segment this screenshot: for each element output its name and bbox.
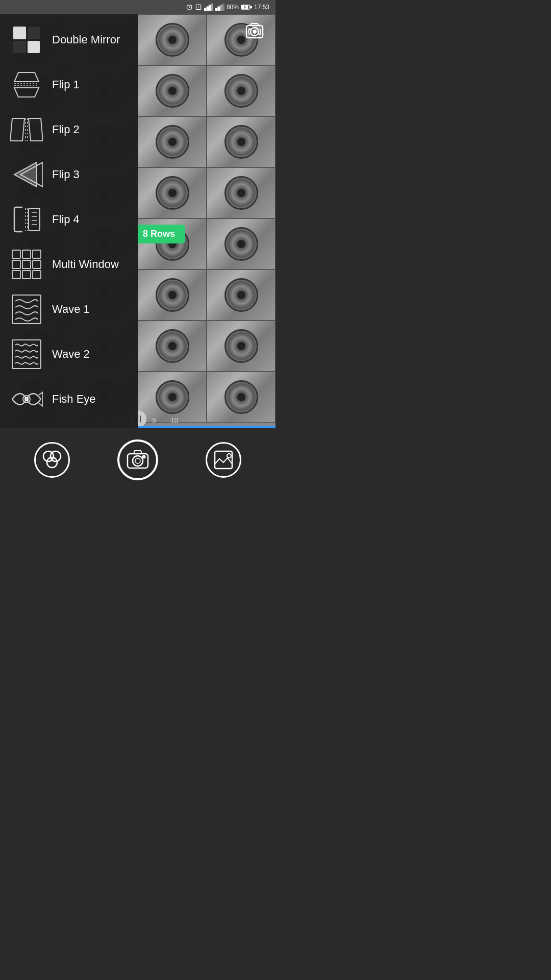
flip3-icon [8,156,45,193]
svg-rect-3 [205,8,206,11]
menu-item-flip3[interactable]: Flip 3 [0,152,138,197]
svg-point-57 [133,456,143,466]
cam-cell [207,116,276,167]
svg-marker-21 [10,118,24,141]
cam-cell [207,372,276,423]
menu-label-flip2: Flip 2 [52,123,80,136]
menu-item-double-mirror[interactable]: Double Mirror [0,17,138,62]
big-head-icon [8,426,45,428]
svg-point-54 [51,451,61,461]
svg-point-58 [135,458,140,463]
wave1-icon [8,291,45,328]
menu-label-double-mirror: Double Mirror [52,33,120,46]
fish-eye-icon [8,381,45,418]
svg-rect-7 [216,8,217,11]
svg-rect-4 [207,7,208,11]
svg-marker-20 [14,88,39,97]
svg-rect-10 [222,4,224,11]
flip2-icon [8,111,45,148]
cam-cell [138,321,207,372]
slider-num-9: 9 [152,416,156,425]
rows-badge: 8 Rows [133,225,185,243]
effects-menu: Double Mirror Flip 1 [0,14,138,428]
svg-rect-37 [12,260,20,268]
double-mirror-icon [8,21,45,58]
cam-cell [138,65,207,116]
shutter-button[interactable] [117,439,158,480]
multi-window-icon [8,246,45,283]
svg-point-55 [47,457,57,468]
menu-label-fish-eye: Fish Eye [52,393,96,406]
svg-rect-42 [33,271,41,279]
svg-point-59 [142,456,145,458]
cam-cell [138,167,207,218]
svg-rect-41 [22,271,31,279]
cam-cell [207,321,276,372]
effects-button[interactable] [34,442,70,478]
svg-rect-38 [22,260,31,268]
menu-item-flip4[interactable]: Flip 4 [0,197,138,242]
svg-rect-6 [211,4,213,11]
time-text: 17:53 [254,4,269,11]
cam-cell [207,65,276,116]
menu-item-wave1[interactable]: Wave 1 [0,287,138,332]
svg-rect-13 [251,6,252,8]
battery-icon [241,4,252,10]
flip4-icon [8,201,45,238]
menu-label-multi-window: Multi Window [52,258,119,271]
signal2-icon [215,4,224,11]
alarm-icon [186,4,193,11]
status-bar: 1 80% 17:53 [0,0,276,14]
svg-text:1: 1 [197,6,199,9]
svg-rect-36 [33,250,41,258]
svg-rect-35 [22,250,31,258]
menu-item-multi-window[interactable]: Multi Window [0,242,138,287]
cam-cell [207,167,276,218]
cam-cell [138,14,207,65]
menu-item-flip1[interactable]: Flip 1 [0,62,138,107]
svg-rect-8 [218,7,219,11]
svg-rect-9 [220,5,222,11]
notification-icon: 1 [195,4,202,11]
svg-rect-34 [12,250,20,258]
svg-point-61 [227,454,231,458]
menu-item-big-head[interactable]: Big Head [0,422,138,428]
menu-item-flip2[interactable]: Flip 2 [0,107,138,152]
status-icons: 1 80% 17:53 [186,4,269,11]
menu-label-flip3: Flip 3 [52,168,80,181]
cam-cell [207,270,276,321]
svg-rect-39 [33,260,41,268]
menu-label-wave2: Wave 2 [52,348,90,361]
svg-marker-17 [14,72,39,82]
svg-rect-5 [209,5,211,11]
cam-cell [138,116,207,167]
menu-label-flip4: Flip 4 [52,213,80,226]
cam-cell [138,270,207,321]
bottom-toolbar [0,430,276,490]
svg-point-46 [25,398,28,401]
menu-label-wave1: Wave 1 [52,303,90,316]
svg-rect-29 [29,208,40,231]
menu-item-wave2[interactable]: Wave 2 [0,332,138,377]
svg-marker-24 [29,118,43,141]
flip1-icon [8,66,45,103]
slider-num-10: 10 [170,416,179,425]
camera-switch-icon[interactable] [242,18,267,43]
cam-cell [207,218,276,270]
menu-item-fish-eye[interactable]: Fish Eye [0,377,138,422]
gallery-button[interactable] [206,442,241,478]
battery-text: 80% [227,4,239,11]
signal-icon [204,4,213,11]
svg-rect-40 [12,271,20,279]
svg-point-16 [253,30,256,33]
cam-cell [138,372,207,423]
wave2-icon [8,336,45,373]
menu-label-flip1: Flip 1 [52,78,80,91]
svg-marker-25 [14,162,37,187]
